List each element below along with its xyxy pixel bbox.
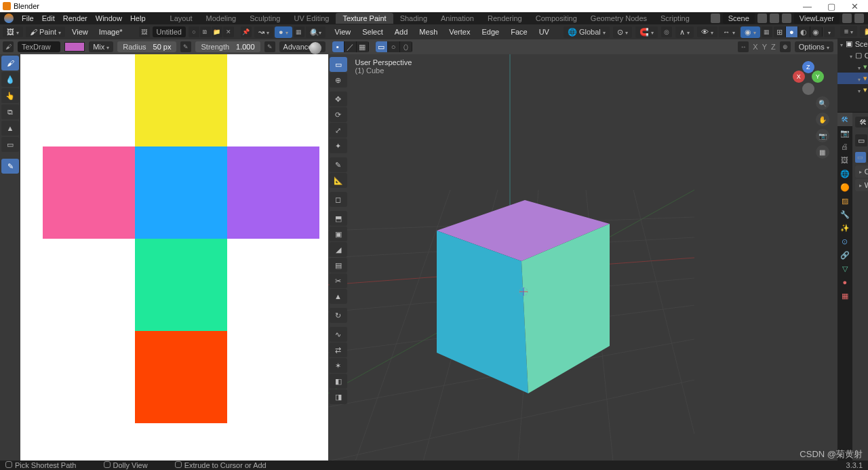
vp-menu-uv[interactable]: UV	[535, 28, 553, 36]
scene-name[interactable]: Scene	[723, 13, 755, 24]
uv-face[interactable]	[135, 54, 227, 146]
blend-mode-dropdown[interactable]: Mix	[89, 41, 113, 52]
tool-spin[interactable]: ↻	[330, 308, 347, 323]
menu-help[interactable]: Help	[126, 14, 150, 22]
select-tweak[interactable]: ▭	[376, 41, 388, 52]
tab-compositing[interactable]: Compositing	[529, 13, 584, 24]
mesh-visibility-dropdown[interactable]: 👁	[697, 26, 717, 37]
tab-object[interactable]: ▨	[837, 194, 852, 208]
view-layer-name[interactable]: ViewLayer	[794, 13, 840, 24]
tool-soften[interactable]: 💧	[1, 72, 19, 87]
pivot-dropdown[interactable]: ⊙	[613, 26, 632, 38]
tool-edge-slide[interactable]: ⇄	[330, 342, 347, 357]
tool-shrink[interactable]: ✶	[330, 358, 347, 373]
zoom-icon[interactable]: 🔍	[311, 28, 319, 36]
uv-face[interactable]	[135, 239, 227, 331]
uv-face[interactable]	[227, 146, 319, 239]
stroke-method-dropdown[interactable]: ↝	[254, 26, 273, 38]
tab-uv-editing[interactable]: UV Editing	[287, 13, 336, 24]
pan-button[interactable]: ✋	[816, 113, 829, 126]
tab-scene[interactable]: 🌐	[837, 167, 852, 180]
uv-canvas[interactable]	[20, 54, 328, 461]
vp-menu-add[interactable]: Add	[391, 28, 412, 36]
radius-pressure-icon[interactable]: ✎	[180, 41, 191, 52]
mirror-x-label[interactable]: X	[753, 43, 757, 51]
prop-pin-dropdown[interactable]: 🛠	[855, 117, 868, 128]
tool-draw[interactable]: 🖌	[1, 56, 19, 71]
vp-menu-select[interactable]: Select	[358, 28, 387, 36]
tab-scripting[interactable]: Scripting	[654, 13, 696, 24]
unlink-image-icon[interactable]: ✕	[223, 26, 234, 37]
orientation-dropdown[interactable]: 🌐 Global	[564, 26, 610, 38]
radius-field[interactable]: Radius50 px	[117, 41, 176, 52]
strength-field[interactable]: Strength1.000	[195, 41, 260, 52]
editor-type-dropdown[interactable]: 🖼	[3, 26, 23, 37]
tab-layout[interactable]: Layout	[163, 13, 199, 24]
ortho-button[interactable]: ▦	[816, 145, 829, 159]
tool-inset[interactable]: ▣	[330, 227, 347, 241]
tool-smooth[interactable]: ∿	[330, 327, 347, 342]
menu-render[interactable]: Render	[59, 14, 92, 22]
tab-output[interactable]: 🖨	[837, 140, 852, 153]
options-panel[interactable]: Options	[855, 165, 868, 178]
tool-knife[interactable]: ✂	[330, 273, 347, 288]
tool-bevel[interactable]: ◢	[330, 242, 347, 257]
outliner-item-camera[interactable]: ▾Camera👁📷	[837, 61, 868, 73]
tool-annotate[interactable]: ✎	[1, 159, 19, 174]
tool-rotate[interactable]: ⟳	[330, 107, 347, 122]
tab-constraint[interactable]: 🔗	[837, 248, 852, 262]
tab-viewlayer[interactable]: 🖼	[837, 153, 852, 167]
menu-edit[interactable]: Edit	[38, 14, 59, 22]
tool-select-box[interactable]: ▭	[330, 57, 347, 72]
tab-world[interactable]: 🟠	[837, 180, 852, 194]
image-view-menu[interactable]: View	[68, 28, 92, 36]
outliner-type-dropdown[interactable]: ≡	[840, 26, 857, 37]
viewport-canvas[interactable]: ▭ ⊕ ✥ ⟳ ⤢ ✦ ✎ 📐 ◻ ⬒ ▣ ◢ ▤ ✂ ▲ ↻	[328, 54, 837, 461]
tool-fill[interactable]: ▲	[1, 121, 19, 136]
tab-geometry-nodes[interactable]: Geometry Nodes	[584, 13, 654, 24]
automerge-icon[interactable]: ⊕	[780, 41, 791, 52]
tab-modeling[interactable]: Modeling	[199, 13, 243, 24]
select-lasso[interactable]: ⬯	[400, 41, 412, 52]
scene-browse-icon[interactable]	[711, 14, 720, 23]
image-link-icon[interactable]: 🖼	[139, 26, 150, 37]
tab-tool[interactable]: 🛠	[837, 113, 852, 126]
mirror-y-label[interactable]: Y	[762, 43, 767, 51]
scene-collection-row[interactable]: ▣ Scene Collection	[837, 38, 868, 50]
tool-annotate-vp[interactable]: ✎	[330, 157, 347, 172]
open-image-icon[interactable]: 📁	[212, 26, 222, 37]
outliner-item-cube[interactable]: ▾Cube▽👁📷	[837, 73, 868, 84]
tab-rendering[interactable]: Rendering	[481, 13, 529, 24]
vp-menu-mesh[interactable]: Mesh	[415, 28, 441, 36]
uv-face[interactable]	[135, 331, 227, 423]
cube-mesh[interactable]	[423, 170, 593, 339]
tool-shear[interactable]: ◧	[330, 374, 347, 389]
display-mode-dropdown[interactable]: 📁	[860, 26, 868, 37]
tab-render[interactable]: 📷	[837, 126, 852, 140]
select-vertex-mode[interactable]: ▪	[332, 41, 344, 52]
vp-menu-vertex[interactable]: Vertex	[445, 28, 474, 36]
tab-texture[interactable]: ▦	[837, 289, 852, 302]
uv-face[interactable]	[43, 146, 135, 239]
tool-extrude[interactable]: ⬒	[330, 211, 347, 226]
strength-pressure-icon[interactable]: ✎	[264, 41, 275, 52]
tab-animation[interactable]: Animation	[434, 13, 481, 24]
minimize-button[interactable]: —	[796, 1, 818, 12]
tab-modifier[interactable]: 🔧	[837, 208, 852, 221]
delete-scene-icon[interactable]	[770, 14, 779, 23]
new-scene-icon[interactable]	[757, 14, 767, 23]
close-button[interactable]: ✕	[844, 1, 865, 12]
gizmo-dropdown[interactable]: ↔	[719, 26, 739, 37]
tool-add-cube[interactable]: ◻	[330, 192, 347, 207]
maximize-button[interactable]: ▢	[821, 1, 842, 12]
shading-options-dropdown[interactable]	[824, 26, 835, 37]
image-name-field[interactable]: Untitled	[153, 26, 186, 37]
outliner-item-light[interactable]: ▾Light👁📷	[837, 84, 868, 96]
tool-transform[interactable]: ✦	[330, 138, 347, 153]
menu-file[interactable]: File	[18, 14, 38, 22]
vp-menu-edge[interactable]: Edge	[477, 28, 503, 36]
shading-material[interactable]: ◐	[798, 26, 810, 37]
brush-name-field[interactable]: TexDraw	[18, 41, 60, 52]
viewlayer-browse-icon[interactable]	[782, 14, 791, 23]
shading-wireframe[interactable]: ⊞	[774, 26, 786, 37]
